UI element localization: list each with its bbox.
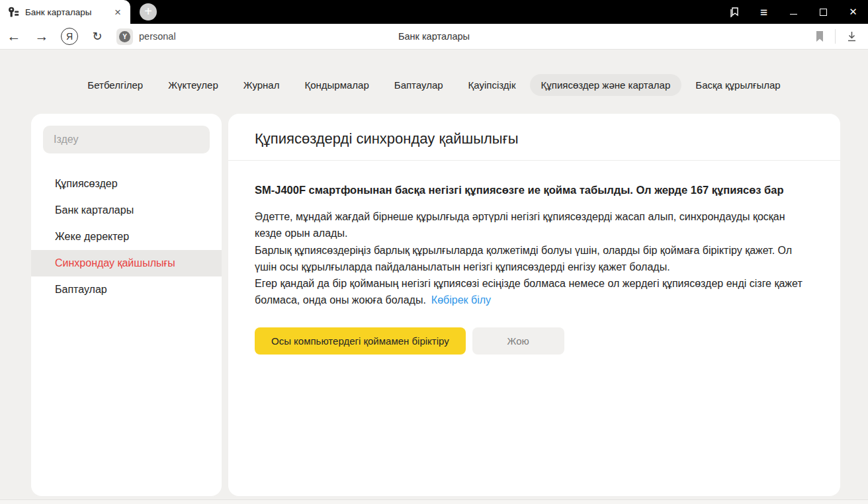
nav-tab-passwords-cards[interactable]: Құпиясөздер және карталар — [530, 74, 682, 96]
browser-tab-active[interactable]: Банк карталары × — [0, 0, 130, 24]
menu-icon[interactable]: ≡ — [749, 0, 779, 24]
tab-close-icon[interactable]: × — [112, 7, 124, 18]
address-label: personal — [139, 31, 176, 42]
minimize-icon — [790, 14, 797, 15]
window-close-button[interactable]: ✕ — [838, 0, 868, 24]
maximize-icon — [820, 9, 827, 16]
description-paragraph: Егер қандай да бір қойманың негізгі құпи… — [255, 275, 814, 309]
divider — [228, 160, 840, 161]
minimize-button[interactable] — [779, 0, 808, 24]
nav-tab-history[interactable]: Журнал — [232, 74, 291, 96]
browser-toolbar: Банк карталары ← → Я ↻ Y personal — [0, 24, 868, 50]
conflict-description: Әдетте, мұндай жағдай бірнеше құрылғыда … — [255, 208, 814, 309]
action-buttons: Осы компьютердегі қоймамен біріктіру Жою — [255, 327, 814, 355]
sidebar-item-passwords[interactable]: Құпиясөздер — [31, 171, 222, 197]
key-favicon-icon — [8, 7, 19, 18]
yandex-logo-icon[interactable]: Я — [61, 28, 78, 45]
delete-vault-button[interactable]: Жою — [472, 327, 564, 355]
description-paragraph: Әдетте, мұндай жағдай бірнеше құрылғыда … — [255, 208, 814, 242]
content-area: Құпиясөздер Банк карталары Жеке деректер… — [31, 114, 840, 496]
window-bottom-edge — [0, 499, 868, 504]
downloads-icon[interactable] — [846, 30, 857, 42]
tab-title: Банк карталары — [25, 7, 112, 17]
merge-vault-button[interactable]: Осы компьютердегі қоймамен біріктіру — [255, 327, 466, 355]
protect-icon: Y — [119, 31, 130, 42]
nav-tab-extensions[interactable]: Қондырмалар — [293, 74, 380, 96]
refresh-icon[interactable]: ↻ — [83, 29, 111, 44]
nav-tab-other-devices[interactable]: Басқа құрылғылар — [684, 74, 791, 96]
browser-tab-bar: Банк карталары × + ≡ ✕ — [0, 0, 868, 24]
bookmarks-panel-icon — [728, 6, 740, 18]
maximize-button[interactable] — [808, 0, 838, 24]
sidebar-item-bank-cards[interactable]: Банк карталары — [31, 197, 222, 224]
conflict-alert-heading: SM-J400F смартфонынан басқа негізгі құпи… — [255, 181, 814, 199]
back-button[interactable]: ← — [0, 28, 28, 44]
toolbar-separator — [835, 29, 836, 44]
protect-badge[interactable]: Y — [116, 28, 133, 45]
sidebar-item-settings[interactable]: Баптаулар — [31, 276, 222, 303]
sidebar-item-personal-data[interactable]: Жеке деректер — [31, 224, 222, 250]
learn-more-link[interactable]: Көбірек білу — [431, 294, 491, 306]
settings-nav: Бетбелгілер Жүктеулер Журнал Қондырмалар… — [0, 50, 868, 96]
nav-tab-settings[interactable]: Баптаулар — [383, 74, 455, 96]
sidebar: Құпиясөздер Банк карталары Жеке деректер… — [31, 114, 222, 496]
description-paragraph: Барлық құпиясөздеріңіз барлық құрылғылар… — [255, 242, 814, 276]
toolbar-right — [815, 29, 868, 44]
window-controls: ≡ ✕ — [719, 0, 868, 24]
main-panel: Құпиясөздерді синхрондау қайшылығы SM-J4… — [228, 114, 840, 496]
nav-tab-bookmarks[interactable]: Бетбелгілер — [76, 74, 154, 96]
side-panel-icon[interactable] — [719, 0, 749, 24]
sidebar-menu: Құпиясөздер Банк карталары Жеке деректер… — [31, 171, 222, 303]
new-tab-button[interactable]: + — [140, 3, 157, 21]
nav-tab-downloads[interactable]: Жүктеулер — [157, 74, 230, 96]
forward-button[interactable]: → — [28, 28, 56, 44]
description-text: Егер қандай да бір қойманың негізгі құпи… — [255, 278, 803, 306]
sidebar-item-sync-conflict[interactable]: Синхрондау қайшылығы — [31, 250, 222, 276]
search-input[interactable] — [43, 126, 210, 153]
page-title: Құпиясөздерді синхрондау қайшылығы — [255, 130, 814, 147]
nav-tab-security[interactable]: Қауіпсіздік — [457, 74, 527, 96]
bookmark-flag-icon[interactable] — [815, 30, 824, 42]
